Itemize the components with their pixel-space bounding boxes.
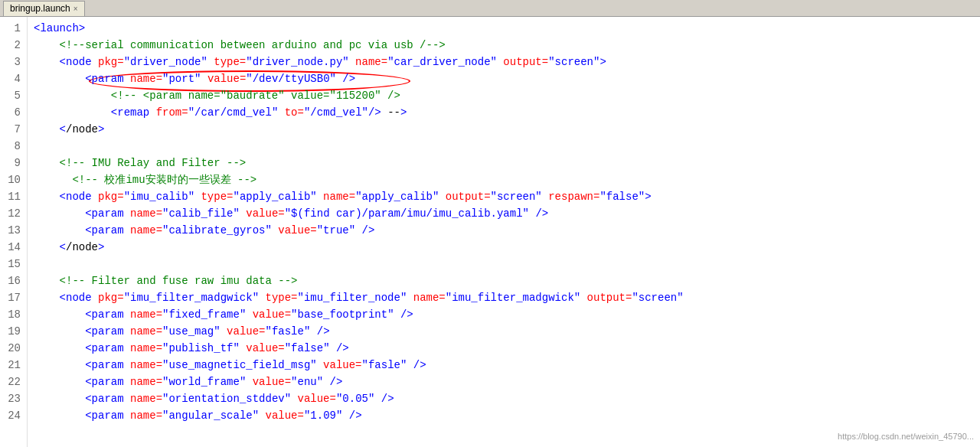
line-number: 10 <box>3 171 21 188</box>
code-line: <!--serial communication between arduino… <box>34 37 974 54</box>
code-line: <!-- Filter and fuse raw imu data --> <box>34 272 974 289</box>
line-number: 8 <box>3 138 21 155</box>
line-number: 6 <box>3 104 21 121</box>
code-line: <param name="calib_file" value="$(find c… <box>34 205 974 222</box>
line-number: 7 <box>3 121 21 138</box>
code-line: <launch> <box>34 20 974 37</box>
line-number: 18 <box>3 306 21 323</box>
tab-label: bringup.launch <box>10 3 70 14</box>
line-number: 5 <box>3 87 21 104</box>
code-line: <param name="publish_tf" value="false" /… <box>34 340 974 357</box>
code-line: <node pkg="driver_node" type="driver_nod… <box>34 54 974 70</box>
code-line: <param name="use_mag" value="fasle" /> <box>34 323 974 340</box>
close-tab-button[interactable]: × <box>74 5 78 13</box>
line-number: 24 <box>3 407 21 424</box>
line-number: 17 <box>3 289 21 306</box>
line-number: 21 <box>3 357 21 374</box>
code-line: <remap from="/car/cmd_vel" to="/cmd_vel"… <box>34 104 974 121</box>
code-line: <!-- 校准imu安装时的一些误差 --> <box>34 171 974 188</box>
line-number: 1 <box>3 20 21 37</box>
line-number: 9 <box>3 155 21 171</box>
code-line: </node> <box>34 121 974 138</box>
line-number: 16 <box>3 272 21 289</box>
code-line: <param name="port" value="/dev/ttyUSB0" … <box>34 70 974 87</box>
code-line: <node pkg="imu_calib" type="apply_calib"… <box>34 188 974 205</box>
code-line: <param name="fixed_frame" value="base_fo… <box>34 306 974 323</box>
code-line <box>34 256 974 272</box>
code-line: <param name="calibrate_gyros" value="tru… <box>34 222 974 239</box>
line-number: 3 <box>3 54 21 70</box>
code-line <box>34 138 974 155</box>
code-line: <param name="world_frame" value="enu" /> <box>34 374 974 390</box>
tab-bar: bringup.launch × <box>0 0 980 17</box>
line-numbers: 123456789101112131415161718192021222324 <box>0 17 28 447</box>
code-line: <!-- <param name="baudrate" value="11520… <box>34 87 974 104</box>
code-line: <!-- IMU Relay and Filter --> <box>34 155 974 171</box>
line-number: 23 <box>3 390 21 407</box>
file-tab[interactable]: bringup.launch × <box>3 1 85 16</box>
editor-area: 123456789101112131415161718192021222324 … <box>0 17 980 447</box>
code-content: <launch> <!--serial communication betwee… <box>28 17 980 447</box>
line-number: 22 <box>3 374 21 390</box>
line-number: 14 <box>3 239 21 256</box>
line-number: 20 <box>3 340 21 357</box>
watermark: https://blog.csdn.net/weixin_45790... <box>838 432 974 441</box>
line-number: 12 <box>3 205 21 222</box>
line-number: 13 <box>3 222 21 239</box>
code-line: <param name="use_magnetic_field_msg" val… <box>34 357 974 374</box>
line-number: 15 <box>3 256 21 272</box>
line-number: 11 <box>3 188 21 205</box>
code-line: <param name="orientation_stddev" value="… <box>34 390 974 407</box>
line-number: 2 <box>3 37 21 54</box>
line-number: 19 <box>3 323 21 340</box>
code-line: <node pkg="imu_filter_madgwick" type="im… <box>34 289 974 306</box>
code-line: </node> <box>34 239 974 256</box>
line-number: 4 <box>3 70 21 87</box>
code-line: <param name="angular_scale" value="1.09"… <box>34 407 974 424</box>
